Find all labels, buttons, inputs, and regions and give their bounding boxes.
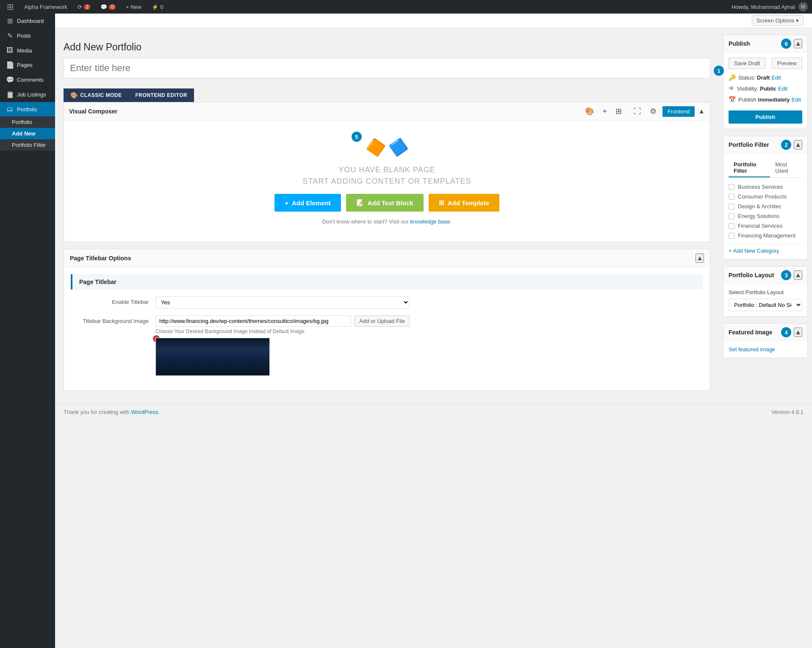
publish-box-header: Publish 6 ▲ [723, 35, 807, 52]
preview-button[interactable]: Preview [772, 58, 802, 69]
vc-logo-icon: 🎨 [70, 92, 78, 99]
sidebar-item-media[interactable]: 🖼 Media [0, 43, 55, 58]
filter-collapse-btn[interactable]: ▲ [794, 140, 802, 149]
visibility-edit-link[interactable]: Edit [778, 85, 787, 92]
vc-logo-btn[interactable]: 🎨 [582, 106, 597, 117]
tab-most-used[interactable]: Most Used [770, 159, 802, 177]
footer-thanks: Thank you for creating with WordPress. [64, 409, 160, 415]
vc-settings-btn[interactable]: ⚙ [647, 106, 659, 117]
publish-collapse-btn[interactable]: ▲ [794, 39, 802, 48]
submenu-portfolio[interactable]: Portfolio [0, 116, 55, 128]
category-list: Business Services Consumer Products Desi… [729, 182, 802, 240]
template-icon: ⊞ [439, 199, 444, 207]
status-edit-link[interactable]: Edit [771, 74, 781, 81]
tab-portfolio-filter[interactable]: Portfolio Filter [729, 159, 770, 177]
sidebar-item-dashboard[interactable]: ⊞ Dashboard [0, 14, 55, 28]
new-content-link[interactable]: + New [123, 0, 144, 14]
howdy-text: Howdy, Muhammad Ajmal [732, 4, 795, 10]
visibility-row: 👁 Visibility: Public Edit [729, 85, 802, 92]
page-titlebar-title: Page Titlebar Options [70, 255, 131, 262]
screen-options-button[interactable]: Screen Options ▾ [752, 15, 804, 26]
tab-frontend-editor[interactable]: FRONTEND EDITOR [129, 88, 194, 102]
vc-fullscreen-btn[interactable]: ⛶ [631, 106, 644, 117]
page-titlebar-section: Page Titlebar [71, 274, 703, 290]
vc-frontend-btn[interactable]: Frontend [662, 106, 695, 117]
vc-box-title: Visual Composer [69, 108, 117, 115]
vc-toolbar: 🎨 + ⊞ ⛶ [582, 106, 705, 117]
knowledge-base-link[interactable]: knowledge base [410, 218, 450, 225]
publish-time-row: 📅 Publish immediately Edit [729, 96, 802, 103]
category-checkbox-5[interactable] [729, 233, 734, 239]
sidebar-item-portfolio[interactable]: 🗂 Portfolio [0, 102, 55, 116]
user-avatar[interactable]: M [798, 2, 808, 11]
sidebar-item-job-listings[interactable]: 📋 Job Listings [0, 87, 55, 102]
vc-blank-text: YOU HAVE BLANK PAGE START ADDING CONTENT… [302, 164, 471, 187]
vc-collapse-btn[interactable]: ▲ [698, 108, 705, 115]
vc-logo-icon2: 🎨 [585, 107, 594, 116]
featured-image-box: Featured Image 4 ▲ Set featured image [723, 323, 808, 358]
category-checkbox-0[interactable] [729, 184, 734, 190]
vc-box-header: Visual Composer 🎨 + ⊞ [64, 102, 710, 121]
gear-icon: ⚙ [650, 107, 657, 116]
page-titlebar-body: Page Titlebar Enable Titlebar Yes No [64, 267, 710, 390]
vc-add-btn[interactable]: + [600, 106, 610, 117]
bg-image-preview-container: ✕ [155, 338, 270, 376]
visual-composer-box: Visual Composer 🎨 + ⊞ [64, 102, 710, 242]
set-featured-image-link[interactable]: Set featured image [729, 346, 775, 353]
enable-titlebar-row: Enable Titlebar Yes No [71, 296, 703, 309]
bg-image-url-input[interactable] [155, 315, 351, 327]
publish-button[interactable]: Publish [729, 110, 802, 124]
activity-link[interactable]: ⚡ 0 [149, 0, 166, 14]
step-badge-4: 4 [781, 327, 791, 337]
list-item: Financing Management [729, 231, 802, 240]
step-badge-3: 3 [781, 270, 791, 280]
submenu-portfolio-filter[interactable]: Portfolio Filter [0, 139, 55, 151]
titlebar-collapse-btn[interactable]: ▲ [696, 254, 704, 263]
category-checkbox-3[interactable] [729, 213, 734, 219]
featured-image-collapse-btn[interactable]: ▲ [794, 328, 802, 337]
comments-icon: 💬 [6, 76, 14, 84]
page-titlebar-meta-box: Page Titlebar Options ▲ Page Titlebar En… [64, 249, 710, 391]
portfolio-submenu: Portfolio Add New Portfolio Filter [0, 116, 55, 151]
sidebar-item-comments[interactable]: 💬 Comments [0, 72, 55, 87]
site-name[interactable]: Alpha Framework [22, 0, 70, 14]
portfolio-layout-box: Portfolio Layout 3 ▲ Select Portfolio La… [723, 266, 808, 317]
fullscreen-icon: ⛶ [634, 107, 641, 116]
featured-image-header: Featured Image 4 ▲ [723, 324, 807, 341]
side-sortables: Publish 6 ▲ Save Draft Preview 🔑 [719, 28, 812, 404]
category-checkbox-1[interactable] [729, 194, 734, 200]
updates-link[interactable]: ⟳ 2 [75, 0, 93, 14]
media-icon: 🖼 [6, 47, 14, 54]
step-badge-5: 5 [352, 132, 362, 142]
publish-time-edit-link[interactable]: Edit [791, 97, 801, 103]
wordpress-link[interactable]: WordPress [131, 409, 158, 415]
upload-file-button[interactable]: Add or Upload File [355, 315, 410, 327]
layout-select[interactable]: Portfolio : Default No Sidebar Portfolio… [729, 299, 802, 311]
vc-blank-area: 5 🔶 🔷 YOU HAVE BLANK PAGE START ADDING C… [64, 121, 710, 242]
layout-collapse-btn[interactable]: ▲ [794, 270, 802, 280]
comments-link[interactable]: 💬 0 [98, 0, 118, 14]
enable-titlebar-select[interactable]: Yes No [155, 296, 410, 309]
add-text-block-button[interactable]: 📝 Add Text Block [346, 194, 424, 212]
portfolio-filter-body: Portfolio Filter Most Used Business Serv… [723, 154, 807, 259]
add-element-button[interactable]: + Add Element [274, 194, 341, 212]
vc-grid-icon: ⊞ [615, 107, 622, 116]
submenu-add-new[interactable]: Add New [0, 128, 55, 139]
tab-classic-mode[interactable]: 🎨 CLASSIC MODE [64, 88, 129, 102]
save-draft-button[interactable]: Save Draft [729, 58, 765, 69]
sidebar-item-pages[interactable]: 📄 Pages [0, 58, 55, 72]
vc-plus-icon: + [603, 107, 607, 116]
sidebar-item-posts[interactable]: ✎ Posts [0, 28, 55, 43]
post-title-input[interactable] [64, 58, 710, 78]
category-checkbox-4[interactable] [729, 223, 734, 229]
category-checkbox-2[interactable] [729, 204, 734, 210]
posts-icon: ✎ [6, 32, 14, 40]
enable-titlebar-control: Yes No [155, 296, 703, 309]
wp-logo[interactable]: ⊞ [4, 0, 17, 14]
add-template-button[interactable]: ⊞ Add Template [429, 194, 499, 212]
vc-layout-btn[interactable]: ⊞ [613, 106, 624, 117]
filter-tabs: Portfolio Filter Most Used [729, 159, 802, 178]
plus-icon: + [285, 199, 288, 207]
vc-help-text: Don't know where to start? Visit our kno… [322, 218, 452, 225]
add-new-category-link[interactable]: + Add New Category [729, 244, 802, 254]
